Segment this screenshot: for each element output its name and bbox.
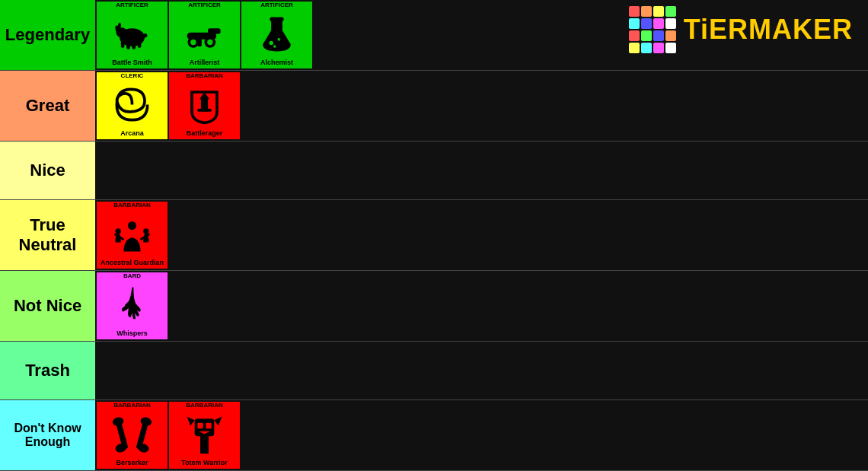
svg-point-4	[118, 23, 121, 28]
card-icon-whispers	[97, 279, 168, 330]
card-icon-ancestral-guardian	[97, 208, 168, 259]
tier-label-text-great: Great	[26, 96, 69, 116]
card-subtype-alchemist: ARTIFICER	[241, 2, 312, 8]
tier-content-great: CLERIC Arcana BARBARIAN	[95, 71, 868, 141]
card-name-artillerist: Artillerist	[190, 59, 220, 68]
logo-cell-10	[641, 30, 652, 41]
logo-tier: Ti	[684, 14, 709, 45]
card-arcana[interactable]: CLERIC Arcana	[97, 72, 168, 139]
svg-rect-6	[126, 43, 130, 49]
card-whispers[interactable]: BARD Whispers	[97, 272, 168, 339]
logo-cell-12	[665, 30, 676, 41]
tier-content-notnice: BARD Whispers	[95, 271, 868, 341]
card-name-alchemist: Alchemist	[260, 59, 293, 68]
card-icon-arcana	[97, 79, 168, 130]
card-icon-battlerager	[169, 79, 240, 130]
logo-maker: MAKER	[748, 14, 853, 45]
tier-label-text-dontknow: Don't Know Enough	[4, 422, 91, 449]
tier-content-neutral: BARBARIAN	[95, 200, 868, 270]
tier-label-text-legendary: Legendary	[5, 25, 90, 45]
card-icon-totem-warrior	[169, 409, 240, 460]
logo-cell-3	[653, 6, 664, 17]
tier-row-nice: Nice	[0, 142, 868, 200]
card-subtype-whispers: BARD	[97, 272, 168, 279]
svg-point-33	[139, 416, 152, 427]
card-berserker[interactable]: BARBARIAN Berserker	[97, 402, 168, 469]
tier-content-dontknow: BARBARIAN Berserker	[95, 400, 868, 470]
tier-label-dontknow: Don't Know Enough	[0, 400, 95, 470]
svg-point-18	[269, 41, 273, 46]
tier-label-neutral: True Neutral	[0, 200, 95, 270]
card-icon-artillerist	[169, 8, 240, 59]
card-subtype-battlerager: BARBARIAN	[169, 72, 240, 79]
card-battle-smith[interactable]: ARTIFICER	[97, 2, 168, 68]
tier-row-great: Great CLERIC Arcana BARBARIAN	[0, 71, 868, 142]
tier-row-trash: Trash	[0, 342, 868, 400]
logo-cell-8	[665, 18, 676, 29]
card-subtype-battle-smith: ARTIFICER	[97, 2, 168, 8]
card-name-whispers: Whispers	[116, 330, 148, 339]
card-icon-berserker	[97, 409, 168, 460]
card-artillerist[interactable]: ARTIFICER Artillerist	[169, 2, 240, 68]
card-subtype-ancestral-guardian: BARBARIAN	[97, 202, 168, 208]
svg-rect-11	[208, 28, 221, 33]
card-name-totem-warrior: Totem Warrior	[181, 460, 228, 469]
svg-rect-8	[138, 41, 142, 48]
logo-cell-4	[665, 6, 676, 17]
svg-rect-23	[197, 109, 203, 112]
card-subtype-berserker: BARBARIAN	[97, 402, 168, 409]
tier-row-notnice: Not Nice BARD Whispers	[0, 271, 868, 342]
svg-point-3	[116, 26, 119, 29]
card-icon-battle-smith	[97, 8, 168, 59]
tier-content-trash	[95, 342, 868, 399]
tier-label-nice: Nice	[0, 142, 95, 199]
logo-cell-1	[629, 6, 640, 17]
card-ancestral-guardian[interactable]: BARBARIAN	[97, 202, 168, 269]
svg-point-16	[207, 40, 212, 45]
svg-point-25	[128, 221, 136, 230]
svg-rect-39	[206, 423, 211, 428]
logo-text: TiERMAKER	[684, 14, 853, 46]
card-name-battlerager: Battlerager	[187, 130, 223, 139]
card-icon-alchemist	[241, 8, 312, 59]
svg-rect-5	[121, 41, 125, 48]
tier-label-notnice: Not Nice	[0, 271, 95, 341]
tier-content-nice	[95, 142, 868, 199]
svg-rect-17	[270, 18, 283, 22]
logo-cell-11	[653, 30, 664, 41]
svg-point-13	[190, 40, 196, 45]
card-battlerager[interactable]: BARBARIAN Battlerager	[169, 72, 240, 139]
svg-rect-24	[206, 109, 211, 112]
svg-point-32	[112, 416, 125, 427]
logo-cell-16	[665, 43, 676, 53]
logo-cell-15	[653, 43, 664, 53]
tier-label-text-notnice: Not Nice	[14, 296, 81, 316]
tier-row-dontknow: Don't Know Enough BARBARIAN	[0, 400, 868, 471]
tier-label-legendary: Legendary	[0, 0, 95, 70]
svg-rect-14	[197, 38, 202, 46]
card-subtype-arcana: CLERIC	[97, 72, 168, 79]
card-name-ancestral-guardian: Ancestral Guardian	[101, 259, 164, 269]
tier-label-text-nice: Nice	[30, 161, 65, 180]
tier-label-text-trash: Trash	[25, 361, 70, 380]
svg-rect-36	[200, 434, 209, 454]
card-subtype-artillerist: ARTIFICER	[169, 2, 240, 8]
logo-cell-2	[641, 6, 652, 17]
card-name-arcana: Arcana	[120, 130, 144, 139]
logo-cell-7	[653, 18, 664, 29]
tier-table: Legendary ARTIFICER	[0, 0, 868, 471]
tier-label-trash: Trash	[0, 342, 95, 399]
card-totem-warrior[interactable]: BARBARIAN	[169, 402, 240, 469]
tier-row-neutral: True Neutral BARBARIAN	[0, 200, 868, 271]
card-subtype-totem-warrior: BARBARIAN	[169, 402, 240, 409]
tier-label-text-neutral: True Neutral	[0, 215, 95, 255]
logo-cell-9	[629, 30, 640, 41]
logo-cell-6	[641, 18, 652, 29]
svg-point-20	[273, 45, 276, 48]
logo-cell-13	[629, 43, 640, 53]
card-alchemist[interactable]: ARTIFICER Alchemist	[241, 2, 312, 68]
svg-point-19	[277, 38, 280, 41]
logo-cell-5	[629, 18, 640, 29]
logo-grid	[629, 6, 676, 53]
logo-area: TiERMAKER	[629, 6, 853, 53]
